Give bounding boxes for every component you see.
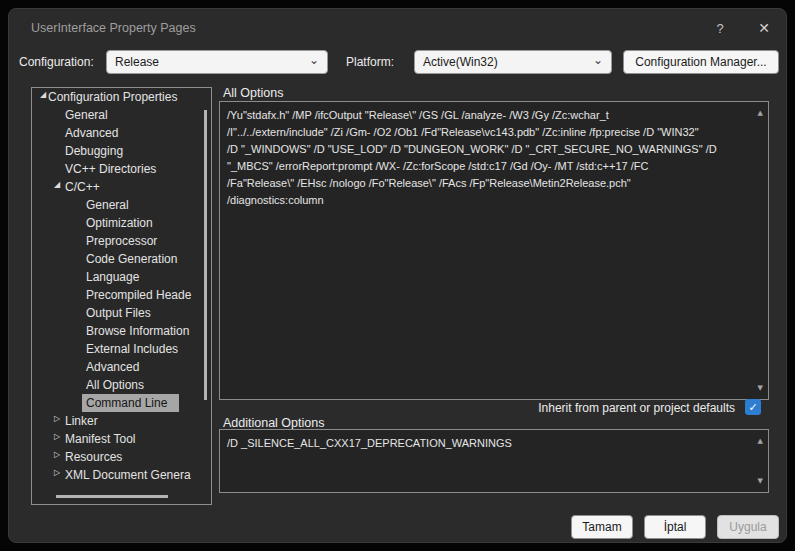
configuration-select[interactable]: Release ⌄ xyxy=(106,50,328,74)
option-line: /Fa"Release\" /EHsc /nologo /Fo"Release\… xyxy=(227,175,748,192)
tree-horizontal-scrollbar[interactable] xyxy=(56,495,168,498)
tree-item-label: Configuration Properties xyxy=(48,88,177,106)
tree-item[interactable]: VC++ Directories xyxy=(32,160,211,178)
all-options-text: /Yu"stdafx.h" /MP /ifcOutput "Release\" … xyxy=(220,102,768,209)
tree-item-label: Output Files xyxy=(86,304,151,322)
tree-item[interactable]: ▷ Resources xyxy=(32,448,211,466)
tree-item-label: Code Generation xyxy=(86,250,177,268)
platform-select[interactable]: Active(Win32) ⌄ xyxy=(414,50,612,74)
scroll-up-icon[interactable]: ▲ xyxy=(758,109,763,117)
chevron-down-icon: ⌄ xyxy=(593,49,603,71)
tree-item-label: External Includes xyxy=(86,340,178,358)
tree-item[interactable]: ◢ Configuration Properties xyxy=(32,88,211,106)
tree-item[interactable]: Language xyxy=(32,268,211,286)
tree-item[interactable]: Preprocessor xyxy=(32,232,211,250)
chevron-down-icon: ⌄ xyxy=(309,49,319,71)
tree-item[interactable]: General xyxy=(32,106,211,124)
option-line: /I"../../extern/include" /Zi /Gm- /O2 /O… xyxy=(227,124,748,141)
tree-expander-icon[interactable]: ◢ xyxy=(51,180,63,189)
tree-item-label: Advanced xyxy=(65,124,118,142)
option-line: /Yu"stdafx.h" /MP /ifcOutput "Release\" … xyxy=(227,107,748,124)
tree-item[interactable]: ▷ Linker xyxy=(32,412,211,430)
tree-item[interactable]: All Options xyxy=(32,376,211,394)
configuration-value: Release xyxy=(115,55,159,69)
configuration-label: Configuration: xyxy=(19,50,94,74)
tree-item-label: VC++ Directories xyxy=(65,160,156,178)
tree-item-label: Advanced xyxy=(86,358,139,376)
tree-item[interactable]: ▷ XML Document Genera xyxy=(32,466,211,484)
option-line: "_MBCS" /errorReport:prompt /WX- /Zc:for… xyxy=(227,158,748,175)
tree-item[interactable]: External Includes xyxy=(32,340,211,358)
tree-item-label: Command Line xyxy=(82,394,179,412)
all-options-box[interactable]: /Yu"stdafx.h" /MP /ifcOutput "Release\" … xyxy=(219,101,769,400)
additional-options-label: Additional Options xyxy=(223,416,324,430)
tree-item-label: C/C++ xyxy=(65,178,100,196)
apply-button[interactable]: Uygula xyxy=(717,515,779,539)
tree-item[interactable]: Optimization xyxy=(32,214,211,232)
tree-item[interactable]: Code Generation xyxy=(32,250,211,268)
tree-item-label: Browse Information xyxy=(86,322,189,340)
tree-item-label: Preprocessor xyxy=(86,232,157,250)
tree-item-label: Resources xyxy=(65,448,122,466)
tree-vertical-scrollbar[interactable] xyxy=(204,110,207,400)
inherit-label: Inherit from parent or project defaults xyxy=(538,401,735,415)
tree-item[interactable]: Precompiled Heade xyxy=(32,286,211,304)
tree-item[interactable]: Advanced xyxy=(32,124,211,142)
option-line: /diagnostics:column xyxy=(227,192,748,209)
additional-options-box[interactable]: /D _SILENCE_ALL_CXX17_DEPRECATION_WARNIN… xyxy=(219,429,769,493)
additional-options-text: /D _SILENCE_ALL_CXX17_DEPRECATION_WARNIN… xyxy=(220,430,768,452)
tree-item[interactable]: Command Line xyxy=(32,394,211,412)
tree-item[interactable]: Browse Information xyxy=(32,322,211,340)
configuration-manager-button[interactable]: Configuration Manager... xyxy=(623,50,779,74)
tree-item-label: Manifest Tool xyxy=(65,430,135,448)
tree-expander-icon[interactable]: ▷ xyxy=(51,468,63,477)
tree-item[interactable]: General xyxy=(32,196,211,214)
tree-item-label: General xyxy=(65,106,108,124)
tree-item[interactable]: Advanced xyxy=(32,358,211,376)
tree-item-label: General xyxy=(86,196,129,214)
tree-item[interactable]: ▷ Manifest Tool xyxy=(32,430,211,448)
tree-expander-icon[interactable]: ▷ xyxy=(51,432,63,441)
tree-expander-icon[interactable]: ▷ xyxy=(51,450,63,459)
tree-item-label: All Options xyxy=(86,376,144,394)
all-options-label: All Options xyxy=(223,86,283,100)
tree-expander-icon[interactable]: ◢ xyxy=(37,90,49,99)
tree-item-label: XML Document Genera xyxy=(65,466,191,484)
close-icon[interactable]: ✕ xyxy=(751,17,777,39)
tree-item-label: Linker xyxy=(65,412,98,430)
option-line: /D "_WINDOWS" /D "USE_LOD" /D "DUNGEON_W… xyxy=(227,141,748,158)
scroll-down-icon[interactable]: ▼ xyxy=(758,477,763,485)
scroll-down-icon[interactable]: ▼ xyxy=(758,384,763,392)
cancel-button[interactable]: İptal xyxy=(644,515,706,539)
tree-item[interactable]: Output Files xyxy=(32,304,211,322)
tree-item-label: Precompiled Heade xyxy=(86,286,191,304)
tree-expander-icon[interactable]: ▷ xyxy=(51,414,63,423)
settings-tree[interactable]: ◢ Configuration Properties General Advan… xyxy=(31,87,212,505)
tree-item-label: Language xyxy=(86,268,139,286)
ok-button[interactable]: Tamam xyxy=(571,515,633,539)
property-pages-dialog: UserInterface Property Pages ? ✕ Configu… xyxy=(8,8,787,543)
scroll-up-icon[interactable]: ▲ xyxy=(758,437,763,445)
platform-value: Active(Win32) xyxy=(423,55,498,69)
tree-item-label: Optimization xyxy=(86,214,153,232)
tree-item[interactable]: ◢ C/C++ xyxy=(32,178,211,196)
help-icon[interactable]: ? xyxy=(709,18,731,40)
platform-label: Platform: xyxy=(346,50,394,74)
tree-item-label: Debugging xyxy=(65,142,123,160)
inherit-checkbox[interactable]: ✓ xyxy=(745,399,761,415)
window-title: UserInterface Property Pages xyxy=(31,21,196,35)
tree-item[interactable]: Debugging xyxy=(32,142,211,160)
